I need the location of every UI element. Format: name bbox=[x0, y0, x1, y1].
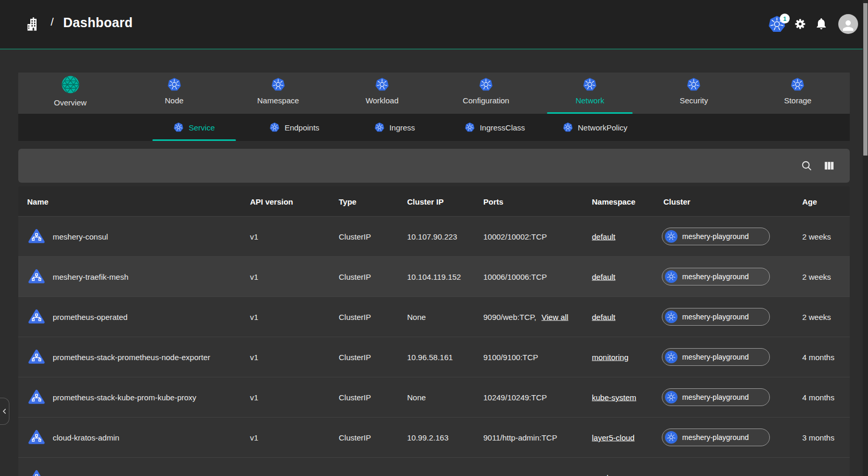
type-cell: ClusterIP bbox=[339, 353, 371, 362]
namespace-link[interactable]: default bbox=[592, 313, 615, 322]
column-header-name[interactable]: Name bbox=[27, 197, 49, 206]
column-header-namespace[interactable]: Namespace bbox=[592, 197, 635, 206]
person-icon bbox=[840, 18, 856, 33]
subtab-service[interactable]: Service bbox=[144, 114, 244, 141]
service-name: meshery-traefik-mesh bbox=[53, 272, 128, 281]
page-scrollbar[interactable] bbox=[863, 0, 868, 476]
kubernetes-icon bbox=[479, 77, 493, 92]
table-row[interactable]: prometheus-stack-prometheus-node-exporte… bbox=[18, 337, 850, 377]
namespace-link[interactable]: meshery bbox=[592, 473, 622, 476]
service-icon bbox=[27, 429, 46, 446]
tab-network[interactable]: Network bbox=[538, 73, 642, 114]
type-cell: ClusterIP bbox=[339, 433, 371, 442]
subtab-ingress[interactable]: Ingress bbox=[344, 114, 445, 141]
view-all-link[interactable]: View all bbox=[541, 313, 568, 322]
table-row[interactable]: meshery bbox=[18, 457, 850, 476]
kubernetes-icon bbox=[686, 77, 701, 92]
view-columns-icon[interactable] bbox=[823, 159, 836, 172]
api-version-cell: v1 bbox=[250, 313, 258, 322]
namespace-cell: meshery bbox=[592, 473, 622, 476]
service-icon bbox=[27, 308, 46, 326]
table-row[interactable]: meshery-traefik-mesh v1 ClusterIP 10.104… bbox=[18, 256, 850, 296]
notifications-bell-icon[interactable] bbox=[815, 17, 828, 30]
service-name: meshery-consul bbox=[53, 232, 108, 241]
service-name: cloud-kratos-admin bbox=[53, 433, 120, 442]
cluster-ip-cell: 10.104.119.152 bbox=[407, 272, 461, 281]
type-cell: ClusterIP bbox=[339, 393, 371, 402]
cluster-chip[interactable]: meshery-playground bbox=[662, 388, 770, 406]
kubernetes-icon bbox=[375, 77, 389, 92]
services-table: NameAPI versionTypeCluster IPPortsNamesp… bbox=[18, 186, 850, 476]
context-count-badge: 1 bbox=[780, 14, 790, 23]
kubernetes-icon bbox=[173, 122, 184, 133]
namespace-cell: default bbox=[592, 313, 615, 322]
ports-cell: 10002/10002:TCP bbox=[483, 232, 547, 241]
kubernetes-icon bbox=[271, 77, 286, 92]
table-row[interactable]: prometheus-stack-kube-prom-kube-proxy v1… bbox=[18, 377, 850, 417]
namespace-link[interactable]: default bbox=[592, 272, 615, 281]
ports-cell: 10249/10249:TCP bbox=[483, 393, 547, 402]
subtab-networkpolicy[interactable]: NetworkPolicy bbox=[545, 114, 645, 141]
cluster-chip[interactable]: meshery-playground bbox=[662, 348, 770, 366]
tab-overview[interactable]: Overview bbox=[18, 73, 122, 114]
ports-cell: 9090/web:TCP,View all bbox=[483, 313, 568, 322]
table-row[interactable]: prometheus-operated v1 ClusterIP None 90… bbox=[18, 296, 850, 337]
type-cell: ClusterIP bbox=[339, 313, 371, 322]
cluster-ip-cell: 10.99.2.163 bbox=[407, 433, 448, 442]
service-icon bbox=[27, 349, 46, 366]
search-icon[interactable] bbox=[800, 159, 813, 172]
kubernetes-icon bbox=[374, 122, 385, 133]
table-row[interactable]: meshery-consul v1 ClusterIP 10.107.90.22… bbox=[18, 216, 850, 256]
type-cell: ClusterIP bbox=[339, 232, 371, 241]
column-header-ports[interactable]: Ports bbox=[483, 197, 503, 206]
drawer-collapse-handle[interactable] bbox=[0, 398, 9, 425]
kubernetes-icon bbox=[665, 431, 677, 444]
subtab-ingressclass[interactable]: IngressClass bbox=[445, 114, 545, 141]
cluster-chip[interactable]: meshery-playground bbox=[662, 429, 770, 446]
api-version-cell: v1 bbox=[250, 232, 258, 241]
namespace-link[interactable]: default bbox=[592, 232, 615, 241]
ports-cell: 10006/10006:TCP bbox=[483, 272, 547, 281]
namespace-link[interactable]: layer5-cloud bbox=[592, 433, 635, 442]
active-subtab-indicator bbox=[152, 139, 236, 141]
scrollbar-thumb[interactable] bbox=[863, 3, 867, 156]
cluster-chip[interactable]: meshery-playground bbox=[662, 228, 770, 245]
page-title: Dashboard bbox=[63, 15, 133, 30]
kubernetes-icon bbox=[563, 122, 573, 133]
column-header-age[interactable]: Age bbox=[802, 197, 817, 206]
tab-workload[interactable]: Workload bbox=[330, 73, 434, 114]
subtab-endpoints[interactable]: Endpoints bbox=[244, 114, 344, 141]
kubernetes-icon bbox=[665, 270, 677, 283]
kubernetes-icon bbox=[269, 122, 280, 133]
dashboard-page: / Dashboard 1 Overview Node Namespace Wo… bbox=[0, 0, 868, 476]
namespace-link[interactable]: kube-system bbox=[592, 393, 636, 402]
app-header: / Dashboard 1 bbox=[0, 0, 868, 50]
age-cell: 2 weeks bbox=[802, 313, 831, 322]
cluster-chip[interactable]: meshery-playground bbox=[662, 308, 770, 326]
settings-gear-icon[interactable] bbox=[793, 17, 807, 31]
meshery-mesh-icon bbox=[61, 75, 80, 94]
ports-cell: 9100/9100:TCP bbox=[483, 353, 538, 362]
table-row[interactable]: cloud-kratos-admin v1 ClusterIP 10.99.2.… bbox=[18, 417, 850, 457]
kubernetes-icon bbox=[790, 77, 805, 92]
column-header-api-version[interactable]: API version bbox=[250, 197, 293, 206]
tab-node[interactable]: Node bbox=[122, 73, 226, 114]
column-header-cluster-ip[interactable]: Cluster IP bbox=[407, 197, 444, 206]
column-header-cluster[interactable]: Cluster bbox=[663, 197, 691, 206]
cluster-ip-cell: 10.107.90.223 bbox=[407, 232, 457, 241]
namespace-cell: default bbox=[592, 232, 615, 241]
user-avatar[interactable] bbox=[838, 14, 858, 34]
tab-namespace[interactable]: Namespace bbox=[226, 73, 330, 114]
tab-configuration[interactable]: Configuration bbox=[434, 73, 538, 114]
column-header-type[interactable]: Type bbox=[339, 197, 356, 206]
api-version-cell: v1 bbox=[250, 272, 258, 281]
cluster-chip[interactable]: meshery-playground bbox=[662, 268, 770, 285]
tab-security[interactable]: Security bbox=[642, 73, 746, 114]
namespace-link[interactable]: monitoring bbox=[592, 353, 628, 362]
service-icon bbox=[27, 228, 46, 245]
service-icon bbox=[27, 469, 46, 476]
cluster-ip-cell: 10.96.58.161 bbox=[407, 353, 453, 362]
age-cell: 4 months bbox=[802, 393, 835, 402]
tab-storage[interactable]: Storage bbox=[746, 73, 850, 114]
organization-building-icon[interactable] bbox=[25, 15, 42, 33]
